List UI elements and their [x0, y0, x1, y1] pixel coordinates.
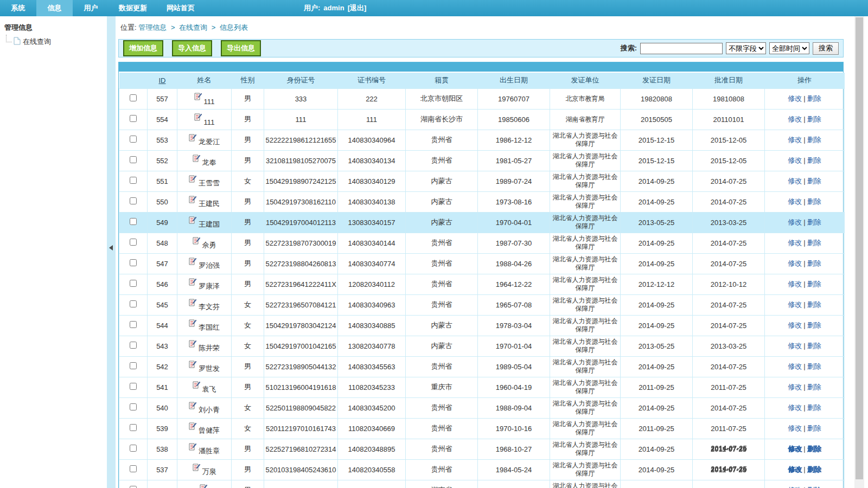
edit-link[interactable]: 修改 — [788, 280, 802, 288]
cell-name: 袁飞 — [177, 377, 232, 397]
cell-name: 龙爱江 — [177, 130, 232, 150]
field-select[interactable]: 不限字段 — [726, 42, 766, 54]
row-checkbox[interactable] — [130, 218, 137, 225]
edit-link[interactable]: 修改 — [788, 259, 802, 267]
delete-link[interactable]: 删除 — [807, 115, 821, 123]
cell-issue-date: 2014-09-25 — [621, 191, 693, 212]
collapse-sidebar-arrow-icon[interactable] — [109, 245, 113, 251]
edit-link[interactable]: 修改 — [788, 239, 802, 247]
nav-tab-home[interactable]: 网站首页 — [157, 0, 205, 16]
delete-link[interactable]: 删除 — [807, 177, 821, 185]
header-id[interactable]: ID — [148, 73, 177, 88]
edit-link[interactable]: 修改 — [788, 424, 802, 432]
nav-tab-system[interactable]: 系统 — [0, 0, 36, 16]
edit-link[interactable]: 修改 — [788, 403, 802, 412]
cell-checkbox — [119, 109, 148, 130]
cell-issue-date: 2014-09-25 — [621, 439, 693, 459]
op-separator: | — [803, 321, 805, 329]
edit-link[interactable]: 修改 — [788, 300, 802, 309]
edit-link[interactable]: 修改 — [788, 383, 802, 391]
delete-link[interactable]: 删除 — [807, 362, 821, 370]
add-info-button[interactable]: 增加信息 — [123, 40, 163, 56]
nav-tab-data-update[interactable]: 数据更新 — [109, 0, 157, 16]
row-checkbox[interactable] — [130, 342, 137, 349]
row-checkbox[interactable] — [130, 136, 137, 143]
delete-link[interactable]: 删除 — [807, 280, 821, 288]
logout-link[interactable]: [退出] — [348, 4, 367, 12]
delete-link[interactable]: 删除 — [807, 136, 821, 144]
row-checkbox[interactable] — [130, 403, 137, 410]
delete-link[interactable]: 删除 — [807, 383, 821, 391]
edit-link[interactable]: 修改 — [788, 321, 802, 329]
row-checkbox[interactable] — [130, 197, 137, 204]
cell-cert-number: 140820348895 — [338, 439, 406, 459]
row-checkbox[interactable] — [130, 177, 137, 184]
export-info-button[interactable]: 导出信息 — [221, 40, 261, 56]
edit-link[interactable]: 修改 — [788, 136, 802, 144]
cell-issuer: 湖北省人力资源与社会保障厅 — [550, 274, 621, 294]
delete-link[interactable]: 删除 — [807, 403, 821, 412]
person-name: 李国红 — [199, 323, 220, 332]
row-checkbox[interactable] — [130, 239, 137, 246]
edit-link[interactable]: 修改 — [788, 197, 802, 206]
search-input[interactable] — [640, 43, 723, 54]
cell-checkbox — [119, 439, 148, 459]
scrollbar-thumb[interactable] — [856, 17, 863, 479]
delete-link[interactable]: 删除 — [807, 465, 821, 473]
delete-link[interactable]: 删除 — [807, 445, 821, 453]
cell-checkbox — [119, 356, 148, 377]
time-select[interactable]: 全部时间 — [769, 42, 809, 54]
cell-cert-number: 140830340144 — [338, 233, 406, 253]
delete-link[interactable]: 删除 — [807, 259, 821, 267]
delete-link[interactable]: 删除 — [807, 424, 821, 432]
row-checkbox[interactable] — [130, 115, 137, 122]
edit-link[interactable]: 修改 — [788, 486, 802, 488]
table-body: 557 111 男 333 222 北京市朝阳区 19760707 北京市教育局… — [119, 88, 845, 488]
row-checkbox[interactable] — [130, 445, 137, 452]
delete-link[interactable]: 删除 — [807, 486, 821, 488]
edit-link[interactable]: 修改 — [788, 362, 802, 370]
delete-link[interactable]: 删除 — [807, 342, 821, 350]
cell-birth-date: 1968-10-27 — [478, 439, 550, 459]
delete-link[interactable]: 删除 — [807, 321, 821, 329]
edit-link[interactable]: 修改 — [788, 218, 802, 226]
delete-link[interactable]: 删除 — [807, 197, 821, 206]
delete-link[interactable]: 删除 — [807, 156, 821, 164]
delete-link[interactable]: 删除 — [807, 218, 821, 226]
edit-link[interactable]: 修改 — [788, 445, 802, 453]
edit-link[interactable]: 修改 — [788, 94, 802, 102]
sidebar-item-online-query[interactable]: 在线查询 — [6, 37, 103, 47]
delete-link[interactable]: 删除 — [807, 300, 821, 309]
row-checkbox[interactable] — [130, 321, 137, 328]
delete-link[interactable]: 删除 — [807, 94, 821, 102]
breadcrumb-manage-info[interactable]: 管理信息 — [138, 23, 167, 31]
row-checkbox[interactable] — [130, 259, 137, 266]
row-checkbox[interactable] — [130, 280, 137, 287]
breadcrumb-online-query[interactable]: 在线查询 — [179, 23, 207, 31]
edit-doc-icon — [189, 360, 196, 370]
cell-operations: 修改|删除 — [765, 109, 845, 130]
edit-link[interactable]: 修改 — [788, 177, 802, 185]
edit-link[interactable]: 修改 — [788, 465, 802, 473]
delete-link[interactable]: 删除 — [807, 239, 821, 247]
row-checkbox[interactable] — [130, 465, 137, 472]
row-checkbox[interactable] — [130, 94, 137, 101]
cell-operations: 修改|删除 — [765, 480, 845, 488]
row-checkbox[interactable] — [130, 486, 137, 488]
row-checkbox[interactable] — [130, 156, 137, 163]
row-checkbox[interactable] — [130, 300, 137, 307]
cell-origin: 贵州省 — [406, 439, 478, 459]
cell-id: 539 — [148, 418, 177, 439]
edit-link[interactable]: 修改 — [788, 115, 802, 123]
nav-tab-user[interactable]: 用户 — [73, 0, 109, 16]
edit-link[interactable]: 修改 — [788, 342, 802, 350]
nav-tab-info[interactable]: 信息 — [36, 0, 73, 16]
row-checkbox[interactable] — [130, 424, 137, 431]
row-checkbox[interactable] — [130, 362, 137, 369]
row-checkbox[interactable] — [130, 383, 137, 390]
search-button[interactable]: 搜索 — [813, 42, 839, 55]
edit-link[interactable]: 修改 — [788, 156, 802, 164]
import-info-button[interactable]: 导入信息 — [172, 40, 212, 56]
edit-doc-icon — [193, 154, 200, 164]
cell-checkbox — [119, 130, 148, 150]
